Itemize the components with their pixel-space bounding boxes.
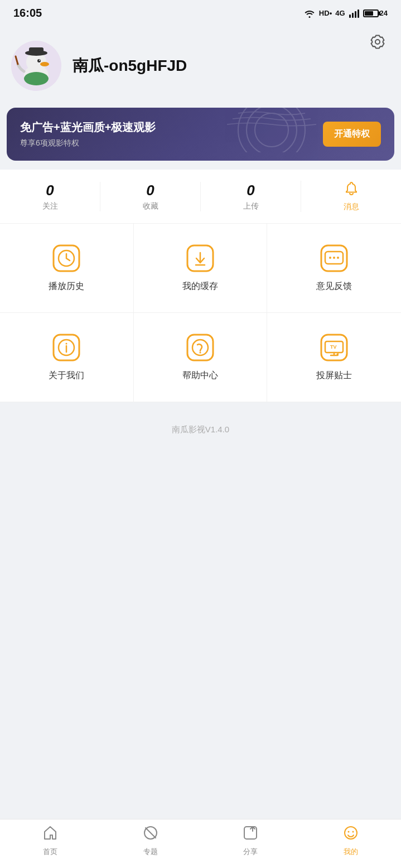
svg-point-29	[66, 343, 67, 345]
avatar[interactable]	[11, 41, 61, 91]
home-label: 首页	[43, 847, 57, 857]
upload-label: 上传	[243, 201, 259, 211]
message-label: 消息	[344, 202, 359, 212]
share-icon	[243, 825, 258, 845]
vip-text-area: 免广告+蓝光画质+极速观影 尊享6项观影特权	[20, 120, 156, 148]
version-section: 南瓜影视V1.4.0	[0, 402, 401, 457]
mine-label: 我的	[344, 847, 358, 857]
username: 南瓜-on5gHFJD	[73, 55, 187, 76]
svg-point-32	[199, 352, 201, 354]
help-label: 帮助中心	[182, 370, 218, 382]
menu-item-cache[interactable]: 我的缓存	[134, 224, 268, 313]
version-text: 南瓜影视V1.4.0	[172, 425, 229, 434]
bell-icon	[344, 181, 359, 200]
svg-rect-1	[352, 13, 354, 18]
topics-label: 专题	[143, 847, 158, 857]
menu-item-feedback[interactable]: 意见反馈	[267, 224, 401, 313]
vip-sub-text: 尊享6项观影特权	[20, 138, 156, 148]
home-icon	[42, 825, 58, 845]
svg-point-12	[39, 60, 40, 61]
stat-favorite[interactable]: 0 收藏	[100, 182, 200, 211]
signal-icon	[349, 9, 360, 18]
svg-rect-0	[349, 15, 351, 18]
topics-icon	[143, 825, 158, 845]
svg-point-23	[329, 257, 331, 259]
svg-point-10	[40, 62, 49, 66]
vip-banner: 免广告+蓝光画质+极速观影 尊享6项观影特权 开通特权	[7, 108, 394, 161]
tv-icon: TV	[320, 333, 349, 362]
svg-text:TV: TV	[330, 344, 337, 350]
svg-rect-30	[187, 335, 213, 360]
svg-line-39	[146, 828, 156, 838]
chat-icon	[320, 244, 349, 273]
share-label: 分享	[243, 847, 258, 857]
svg-point-11	[37, 59, 41, 62]
svg-rect-3	[357, 9, 359, 18]
stats-section: 0 关注 0 收藏 0 上传 消息	[0, 170, 401, 224]
nav-share[interactable]: 分享	[201, 825, 301, 857]
stat-upload[interactable]: 0 上传	[200, 182, 301, 211]
svg-rect-9	[29, 47, 44, 54]
stat-follow[interactable]: 0 关注	[0, 182, 100, 211]
upload-count: 0	[247, 182, 254, 199]
clock-icon	[52, 244, 81, 273]
question-icon	[186, 333, 215, 362]
download-icon	[186, 244, 215, 273]
settings-icon	[369, 33, 386, 50]
menu-item-help[interactable]: 帮助中心	[134, 313, 268, 402]
info-icon	[52, 333, 81, 362]
cache-label: 我的缓存	[182, 281, 218, 292]
menu-item-history[interactable]: 播放历史	[0, 224, 134, 313]
svg-point-25	[337, 257, 339, 259]
vip-button[interactable]: 开通特权	[323, 122, 381, 147]
nav-mine[interactable]: 我的	[301, 825, 401, 857]
banner-decoration	[216, 108, 327, 152]
vip-main-text: 免广告+蓝光画质+极速观影	[20, 120, 156, 135]
feedback-label: 意见反馈	[316, 281, 352, 292]
nav-home[interactable]: 首页	[0, 825, 100, 857]
avatar-image	[11, 41, 61, 91]
menu-grid: 播放历史 我的缓存 意见反馈	[0, 224, 401, 402]
favorite-count: 0	[146, 182, 154, 199]
favorite-label: 收藏	[143, 201, 158, 211]
header-area	[0, 24, 401, 30]
svg-point-24	[333, 257, 335, 259]
wifi-icon	[303, 9, 316, 18]
battery-container: 24	[363, 9, 388, 17]
bottom-nav: 首页 专题 分享 我的	[0, 819, 401, 868]
svg-point-42	[348, 831, 350, 833]
network-label: 4G	[335, 9, 345, 17]
nav-topics[interactable]: 专题	[100, 825, 201, 857]
status-bar: 16:05 HD• 4G 24	[0, 0, 401, 24]
svg-point-43	[352, 831, 354, 833]
profile-section: 南瓜-on5gHFJD	[0, 30, 401, 108]
menu-item-screencast[interactable]: TV 投屏贴士	[267, 313, 401, 402]
about-label: 关于我们	[49, 370, 84, 382]
battery-level: 24	[380, 9, 388, 17]
screencast-label: 投屏贴士	[316, 370, 352, 382]
status-icons: HD• 4G 24	[303, 9, 388, 18]
menu-item-about[interactable]: 关于我们	[0, 313, 134, 402]
hd-label: HD•	[319, 9, 332, 17]
settings-button[interactable]	[365, 30, 390, 54]
svg-point-6	[24, 72, 49, 85]
status-time: 16:05	[13, 7, 42, 20]
follow-label: 关注	[42, 201, 58, 211]
follow-count: 0	[46, 182, 54, 199]
svg-point-16	[255, 113, 288, 147]
stat-message[interactable]: 消息	[301, 181, 401, 212]
svg-rect-2	[355, 11, 356, 18]
mine-icon	[343, 825, 359, 845]
history-label: 播放历史	[49, 281, 84, 292]
